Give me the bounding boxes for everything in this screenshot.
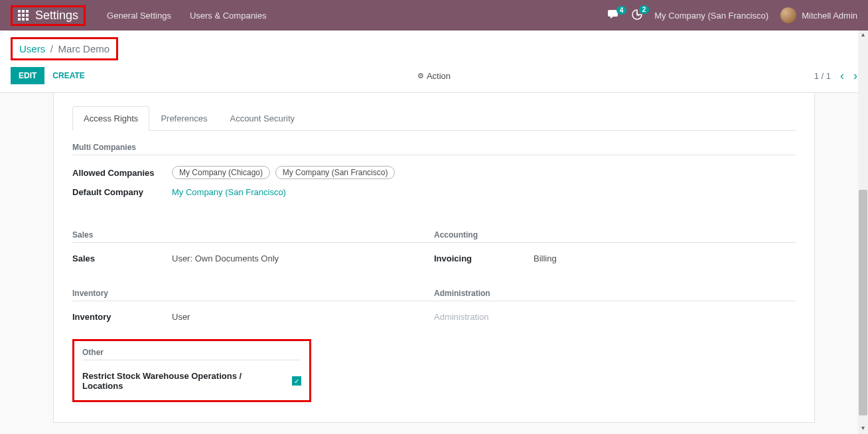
divider bbox=[72, 301, 434, 301]
field-invoicing: Invoicing Billing bbox=[434, 250, 796, 267]
divider bbox=[434, 242, 796, 243]
divider bbox=[82, 360, 301, 360]
topbar-left: Settings General Settings Users & Compan… bbox=[11, 5, 267, 26]
field-sales: Sales User: Own Documents Only bbox=[72, 250, 434, 267]
pager: 1 / 1 ‹ › bbox=[814, 69, 857, 83]
edit-button[interactable]: EDIT bbox=[11, 67, 44, 84]
menu-general-settings[interactable]: General Settings bbox=[107, 11, 171, 21]
avatar bbox=[780, 7, 796, 23]
label-allowed-companies: Allowed Companies bbox=[72, 168, 172, 178]
tag-company-sf[interactable]: My Company (San Francisco) bbox=[275, 166, 396, 179]
section-administration: Administration bbox=[434, 289, 796, 298]
divider bbox=[434, 301, 796, 301]
label-restrict-stock: Restrict Stock Warehouse Operations / Lo… bbox=[82, 371, 283, 391]
breadcrumb-sep: / bbox=[50, 43, 53, 54]
menu-users-companies[interactable]: Users & Companies bbox=[190, 11, 267, 21]
tab-access-rights[interactable]: Access Rights bbox=[72, 106, 149, 131]
activity-badge: 2 bbox=[639, 5, 650, 14]
breadcrumb-current: Marc Demo bbox=[58, 43, 110, 54]
scrollbar[interactable]: ▴ ▾ bbox=[858, 31, 868, 434]
value-default-company[interactable]: My Company (San Francisco) bbox=[172, 187, 286, 197]
label-sales: Sales bbox=[72, 253, 172, 263]
tab-preferences[interactable]: Preferences bbox=[149, 106, 218, 131]
form-sheet: Access Rights Preferences Account Securi… bbox=[53, 93, 815, 423]
chat-icon[interactable]: 4 bbox=[608, 10, 620, 21]
section-sales: Sales bbox=[72, 230, 434, 240]
create-button[interactable]: CREATE bbox=[52, 71, 84, 80]
scroll-down-icon[interactable]: ▾ bbox=[858, 424, 868, 434]
field-administration: Administration bbox=[434, 308, 796, 326]
user-menu[interactable]: Mitchell Admin bbox=[780, 7, 857, 23]
scrollbar-thumb[interactable] bbox=[859, 190, 867, 415]
value-sales: User: Own Documents Only bbox=[172, 253, 279, 263]
section-other: Other bbox=[82, 348, 301, 357]
username: Mitchell Admin bbox=[802, 11, 857, 21]
label-administration: Administration bbox=[434, 312, 488, 322]
divider bbox=[72, 242, 434, 243]
action-dropdown[interactable]: ⚙ Action bbox=[417, 71, 451, 81]
content: Access Rights Preferences Account Securi… bbox=[0, 93, 868, 434]
label-default-company: Default Company bbox=[72, 187, 172, 197]
value-inventory: User bbox=[172, 312, 190, 322]
pager-text: 1 / 1 bbox=[814, 71, 831, 81]
activity-icon[interactable]: 2 bbox=[632, 9, 642, 22]
breadcrumb-highlight: Users / Marc Demo bbox=[11, 37, 118, 60]
checkbox-restrict-stock[interactable]: ✓ bbox=[292, 376, 301, 386]
pager-next[interactable]: › bbox=[853, 69, 857, 83]
label-inventory: Inventory bbox=[72, 312, 172, 322]
pager-prev[interactable]: ‹ bbox=[840, 69, 844, 83]
field-inventory: Inventory User bbox=[72, 308, 434, 326]
apps-icon[interactable] bbox=[18, 10, 29, 21]
breadcrumb-users[interactable]: Users bbox=[19, 43, 45, 54]
topbar: Settings General Settings Users & Compan… bbox=[0, 0, 868, 31]
field-restrict-stock: Restrict Stock Warehouse Operations / Lo… bbox=[82, 367, 301, 391]
chat-badge: 4 bbox=[616, 6, 627, 15]
section-multi-companies: Multi Companies bbox=[72, 143, 796, 152]
tag-company-chicago[interactable]: My Company (Chicago) bbox=[172, 166, 270, 179]
field-default-company: Default Company My Company (San Francisc… bbox=[72, 183, 796, 201]
gear-icon: ⚙ bbox=[417, 72, 424, 80]
label-invoicing: Invoicing bbox=[434, 253, 534, 263]
field-allowed-companies: Allowed Companies My Company (Chicago) M… bbox=[72, 162, 796, 183]
section-accounting: Accounting bbox=[434, 230, 796, 240]
divider bbox=[72, 155, 796, 155]
value-invoicing: Billing bbox=[534, 253, 557, 263]
topbar-menu: General Settings Users & Companies bbox=[107, 11, 266, 21]
app-title[interactable]: Settings bbox=[35, 9, 78, 23]
action-label: Action bbox=[427, 71, 451, 81]
tabs: Access Rights Preferences Account Securi… bbox=[72, 106, 796, 131]
allowed-companies-tags: My Company (Chicago) My Company (San Fra… bbox=[172, 166, 398, 179]
section-inventory: Inventory bbox=[72, 289, 434, 298]
breadcrumb-area: Users / Marc Demo bbox=[0, 31, 868, 64]
toolbar: EDIT CREATE ⚙ Action 1 / 1 ‹ › bbox=[0, 64, 868, 93]
brand-highlight: Settings bbox=[11, 5, 86, 26]
topbar-right: 4 2 My Company (San Francisco) Mitchell … bbox=[608, 7, 857, 23]
company-switcher[interactable]: My Company (San Francisco) bbox=[654, 11, 768, 21]
other-highlight: Other Restrict Stock Warehouse Operation… bbox=[72, 339, 311, 402]
scroll-up-icon[interactable]: ▴ bbox=[858, 31, 868, 40]
tab-account-security[interactable]: Account Security bbox=[218, 106, 306, 131]
